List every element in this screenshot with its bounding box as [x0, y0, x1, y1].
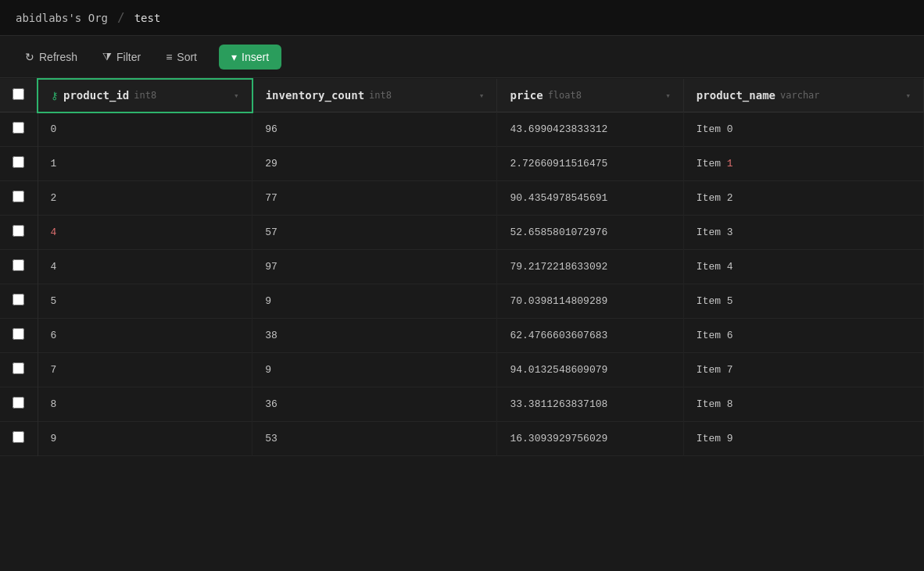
col-type-product-id: int8 — [134, 90, 156, 101]
cell-product-id: 9 — [38, 422, 252, 456]
sort-label: Sort — [177, 51, 197, 63]
cell-price: 70.0398114809289 — [497, 284, 683, 319]
row-checkbox-cell — [0, 387, 38, 422]
col-name-product-id: product_id — [63, 89, 129, 102]
table-row: 09643.6990423833312Item 0 — [0, 112, 924, 147]
row-checkbox-cell — [0, 422, 38, 456]
table-header-row: ⚷ product_id int8 ▾ inventory_count int8… — [0, 79, 924, 112]
table-row: 7994.0132548609079Item 7 — [0, 353, 924, 387]
cell-inventory-count: 96 — [252, 112, 497, 147]
chevron-down-icon: ▾ — [231, 51, 237, 63]
cell-product-name: Item 2 — [683, 181, 923, 216]
cell-product-id: 7 — [38, 353, 252, 387]
cell-inventory-count: 77 — [252, 181, 497, 216]
cell-price: 2.72660911516475 — [497, 147, 683, 181]
table-container: ⚷ product_id int8 ▾ inventory_count int8… — [0, 78, 924, 571]
cell-price: 52.6585801072976 — [497, 216, 683, 250]
cell-price: 43.6990423833312 — [497, 112, 683, 147]
insert-button[interactable]: ▾ Insert — [219, 45, 281, 70]
col-name-price: price — [510, 89, 543, 102]
table-row: 1292.72660911516475Item 1 — [0, 147, 924, 181]
cell-price: 90.4354978545691 — [497, 181, 683, 216]
cell-product-name: Item 7 — [683, 353, 923, 387]
key-icon: ⚷ — [51, 90, 59, 102]
cell-product-name: Item 8 — [683, 387, 923, 422]
refresh-label: Refresh — [39, 51, 77, 63]
cell-product-name: Item 9 — [683, 422, 923, 456]
table-body: 09643.6990423833312Item 01292.7266091151… — [0, 112, 924, 456]
cell-product-id: 4 — [38, 250, 252, 284]
sort-button[interactable]: ≡ Sort — [156, 46, 206, 68]
cell-product-name: Item 5 — [683, 284, 923, 319]
select-all-checkbox[interactable] — [13, 88, 24, 100]
col-type-inventory-count: int8 — [369, 90, 392, 101]
col-chevron-product-name[interactable]: ▾ — [905, 91, 911, 101]
col-name-inventory-count: inventory_count — [266, 89, 364, 102]
table-row: 63862.4766603607683Item 6 — [0, 319, 924, 353]
header-bar: abidlabs's Org / test — [0, 0, 924, 36]
row-checkbox[interactable] — [13, 191, 24, 202]
col-header-product-name[interactable]: product_name varchar ▾ — [683, 79, 923, 112]
cell-price: 16.3093929756029 — [497, 422, 683, 456]
cell-product-name: Item 6 — [683, 319, 923, 353]
col-name-product-name: product_name — [697, 89, 775, 102]
filter-icon: ⧩ — [102, 50, 112, 63]
data-table: ⚷ product_id int8 ▾ inventory_count int8… — [0, 78, 924, 456]
cell-product-name: Item 1 — [683, 147, 923, 181]
row-checkbox[interactable] — [13, 259, 24, 271]
cell-product-id: 5 — [38, 284, 252, 319]
col-chevron-inventory-count[interactable]: ▾ — [479, 91, 485, 101]
cell-inventory-count: 38 — [252, 319, 497, 353]
select-all-header[interactable] — [0, 79, 38, 112]
table-row: 49779.2172218633092Item 4 — [0, 250, 924, 284]
col-type-price: float8 — [548, 90, 582, 101]
table-row: 83633.3811263837108Item 8 — [0, 387, 924, 422]
row-checkbox-cell — [0, 216, 38, 250]
cell-inventory-count: 57 — [252, 216, 497, 250]
row-checkbox[interactable] — [13, 431, 24, 443]
row-checkbox[interactable] — [13, 328, 24, 340]
cell-product-id: 0 — [38, 112, 252, 147]
cell-inventory-count: 97 — [252, 250, 497, 284]
cell-price: 94.0132548609079 — [497, 353, 683, 387]
db-name: test — [134, 12, 161, 24]
cell-inventory-count: 29 — [252, 147, 497, 181]
row-checkbox-cell — [0, 112, 38, 147]
row-checkbox[interactable] — [13, 397, 24, 409]
cell-product-name: Item 4 — [683, 250, 923, 284]
org-name: abidlabs's Org — [16, 12, 108, 24]
table-row: 45752.6585801072976Item 3 — [0, 216, 924, 250]
cell-product-id: 4 — [38, 216, 252, 250]
cell-price: 62.4766603607683 — [497, 319, 683, 353]
refresh-button[interactable]: ↻ Refresh — [16, 46, 87, 68]
row-checkbox[interactable] — [13, 156, 24, 168]
cell-inventory-count: 36 — [252, 387, 497, 422]
toolbar: ↻ Refresh ⧩ Filter ≡ Sort ▾ Insert — [0, 36, 924, 78]
row-checkbox[interactable] — [13, 362, 24, 374]
col-header-product-id[interactable]: ⚷ product_id int8 ▾ — [38, 79, 252, 112]
row-checkbox[interactable] — [13, 225, 24, 237]
col-header-price[interactable]: price float8 ▾ — [497, 79, 683, 112]
cell-product-id: 1 — [38, 147, 252, 181]
row-checkbox-cell — [0, 319, 38, 353]
col-header-inventory-count[interactable]: inventory_count int8 ▾ — [252, 79, 497, 112]
cell-price: 79.2172218633092 — [497, 250, 683, 284]
cell-inventory-count: 53 — [252, 422, 497, 456]
row-checkbox-cell — [0, 250, 38, 284]
cell-price: 33.3811263837108 — [497, 387, 683, 422]
col-chevron-product-id[interactable]: ▾ — [234, 91, 239, 101]
filter-button[interactable]: ⧩ Filter — [93, 45, 150, 68]
row-checkbox-cell — [0, 181, 38, 216]
col-chevron-price[interactable]: ▾ — [665, 91, 671, 101]
cell-product-id: 8 — [38, 387, 252, 422]
cell-inventory-count: 9 — [252, 353, 497, 387]
cell-inventory-count: 9 — [252, 284, 497, 319]
row-checkbox[interactable] — [13, 294, 24, 305]
row-checkbox-cell — [0, 353, 38, 387]
filter-label: Filter — [116, 51, 141, 63]
table-row: 95316.3093929756029Item 9 — [0, 422, 924, 456]
table-row: 27790.4354978545691Item 2 — [0, 181, 924, 216]
insert-label: Insert — [242, 51, 269, 63]
row-checkbox[interactable] — [13, 122, 24, 134]
cell-product-name: Item 0 — [683, 112, 923, 147]
